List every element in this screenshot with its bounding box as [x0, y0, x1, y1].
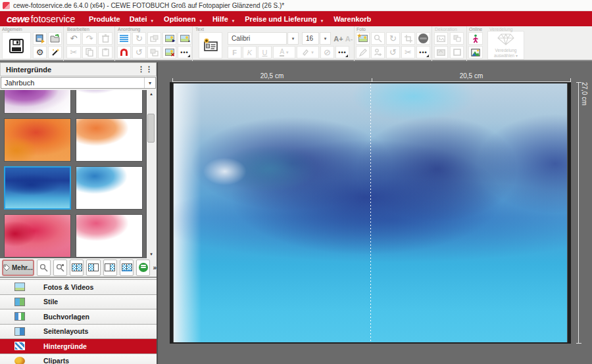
italic-button[interactable]: K [243, 46, 257, 58]
page-list-button[interactable] [117, 32, 131, 45]
tools-overflow-button[interactable]: » [153, 264, 157, 271]
delete-button[interactable] [98, 32, 112, 45]
sidebar-item-stile[interactable]: Stile [0, 294, 157, 309]
gear-icon: ⚙ [36, 48, 44, 57]
underline-button[interactable]: U [258, 46, 272, 58]
deco-image-button[interactable] [434, 32, 448, 45]
snap-magnet-button[interactable] [117, 46, 131, 58]
chevron-down-icon[interactable]: ▾ [144, 78, 155, 88]
deco-frame-button[interactable] [450, 46, 464, 58]
font-size-arrow[interactable]: ▾ [320, 32, 331, 45]
photo-effects-button[interactable] [416, 32, 430, 45]
more-backgrounds-button[interactable]: Mehr... [2, 260, 34, 276]
online-share-button[interactable] [468, 32, 483, 45]
background-thumbnail-blue-selected[interactable] [4, 166, 71, 210]
add-photo-button[interactable]: ★ [356, 32, 370, 45]
font-family-arrow[interactable]: ▾ [287, 32, 299, 45]
panel-grip-icon[interactable]: ⋮⋮ [137, 65, 153, 74]
menu-warenkorb[interactable]: Warenkorb [333, 15, 371, 23]
save-as-button[interactable] [33, 32, 47, 45]
rotate-right-button[interactable]: ↻ [132, 32, 146, 45]
background-thumbnail-orange[interactable] [4, 118, 71, 162]
scissors-icon: ✂ [405, 48, 412, 57]
settings-button[interactable]: ⚙ [33, 46, 47, 58]
photo-search-button[interactable] [371, 32, 385, 45]
menu-produkte[interactable]: Produkte [89, 15, 120, 23]
anordnung-more-button[interactable]: ••• [178, 46, 191, 58]
rotate-ccw-icon: ↺ [136, 48, 143, 57]
sidebar-item-cliparts[interactable]: Cliparts [0, 353, 157, 364]
deco-background-button[interactable] [434, 46, 448, 58]
menu-hilfe[interactable]: Hilfe [212, 15, 228, 23]
font-color-button[interactable]: A ▾ [273, 46, 295, 58]
paste-button[interactable] [98, 46, 112, 58]
photo-cut-button[interactable]: ✂ [401, 46, 415, 58]
menu-optionen[interactable]: Optionen [164, 15, 195, 23]
spread-both-icon [72, 263, 82, 271]
photo-to-front-button[interactable]: ▸ [162, 32, 176, 45]
foto-more-button[interactable]: ••• [416, 46, 430, 58]
send-backward-button[interactable] [147, 46, 161, 58]
photo-crop-button[interactable] [401, 32, 415, 45]
menu-preise-und-lieferung[interactable]: Preise und Lieferung [245, 15, 316, 23]
preview-background-button[interactable] [53, 260, 67, 276]
rotate-left-button[interactable]: ↺ [132, 46, 146, 58]
apply-both-pages-button[interactable] [70, 260, 84, 276]
increase-font-button[interactable]: A+ [333, 32, 343, 45]
watercolor-background[interactable] [173, 83, 568, 342]
veredelung-select-button[interactable]: Veredelung auswählen ▾ [487, 31, 524, 60]
apply-left-page-button[interactable] [86, 260, 100, 276]
sidebar-item-seitenlayouts[interactable]: Seitenlayouts [0, 324, 157, 339]
font-size-select[interactable]: 16 [302, 32, 319, 45]
add-text-button[interactable] [199, 32, 222, 58]
bring-forward-button[interactable] [147, 32, 161, 45]
photo-rotate-back-button[interactable]: ↺ [386, 46, 400, 58]
copy-button[interactable] [82, 46, 97, 58]
redo-button[interactable]: ↷ [82, 32, 97, 45]
zoom-background-button[interactable] [37, 260, 51, 276]
magnifier-icon [39, 263, 48, 272]
remove-photo-button[interactable]: ✕ [162, 46, 176, 58]
apply-all-pages-button[interactable] [120, 260, 134, 276]
font-color-icon: A [280, 48, 284, 57]
scroll-down-icon[interactable]: ▼ [147, 250, 156, 258]
bold-button[interactable]: F [228, 46, 241, 58]
magic-wand-icon [51, 48, 60, 57]
rotate-ccw-icon: ↺ [389, 48, 397, 57]
assistant-button[interactable] [48, 46, 62, 58]
no-fill-button[interactable]: ⊘ [320, 46, 334, 58]
rotate-cw-icon: ↻ [136, 34, 143, 43]
font-family-select[interactable]: Calibri [228, 32, 287, 45]
undo-button[interactable]: ↶ [66, 32, 81, 45]
background-thumbnail-purple[interactable] [4, 90, 71, 114]
sidebar-item-buchvorlagen[interactable]: Buchvorlagen [0, 309, 157, 324]
photo-save-button[interactable]: ▪ [178, 32, 191, 45]
photo-rotate-button[interactable]: ↻ [386, 32, 400, 45]
save-button[interactable] [2, 32, 31, 59]
open-project-button[interactable] [48, 32, 62, 45]
scroll-up-icon[interactable]: ▲ [147, 90, 156, 98]
sidebar-item-fotos-videos[interactable]: Fotos & Videos [0, 279, 157, 294]
menu-datei[interactable]: Datei [130, 15, 147, 23]
apply-right-page-button[interactable] [103, 260, 117, 276]
photo-edit-button[interactable] [356, 46, 370, 58]
cut-button[interactable]: ✂ [66, 46, 81, 58]
background-thumbnail-orange-light[interactable] [76, 118, 143, 162]
scrollbar-thumb[interactable] [147, 114, 155, 143]
deco-shapes-button[interactable] [450, 32, 464, 45]
sidebar-item-hintergruende[interactable]: Hintergründe [0, 338, 157, 353]
background-thumbnail-red[interactable] [4, 214, 71, 258]
background-thumbnail-blue-light[interactable] [76, 166, 143, 210]
online-gallery-button[interactable] [468, 46, 483, 58]
eco-filter-button[interactable] [136, 260, 150, 276]
thumbnail-scrollbar[interactable]: ▲ ▼ [146, 90, 155, 258]
page-spread[interactable] [170, 82, 571, 344]
text-more-button[interactable]: ••• [335, 46, 349, 58]
background-thumbnail-pink-light[interactable] [76, 214, 143, 258]
photo-person-add-button[interactable] [371, 46, 385, 58]
category-dropdown[interactable]: Jahrbuch ▾ [1, 77, 156, 89]
decrease-font-button[interactable]: A- [344, 32, 354, 45]
highlight-color-button[interactable]: ▾ [297, 46, 319, 58]
background-thumbnail-purple-light[interactable] [76, 90, 143, 114]
chevron-down-icon: ▾ [324, 36, 327, 41]
